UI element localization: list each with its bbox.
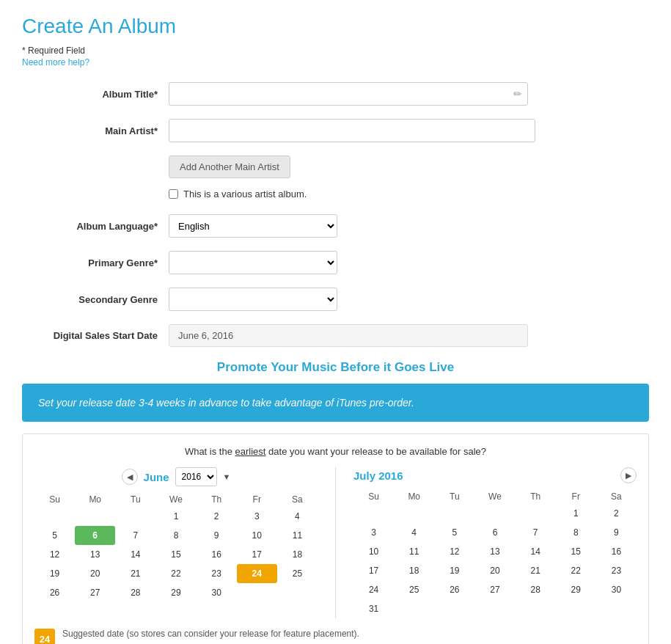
- table-row[interactable]: 14: [516, 542, 556, 561]
- table-row[interactable]: 3: [353, 523, 394, 542]
- table-row[interactable]: 17: [353, 561, 394, 580]
- table-row[interactable]: 24: [237, 564, 277, 583]
- table-row[interactable]: 30: [197, 583, 237, 602]
- table-row[interactable]: 10: [353, 542, 394, 561]
- table-row[interactable]: 7: [115, 526, 155, 545]
- table-row[interactable]: 19: [34, 564, 75, 583]
- table-row[interactable]: 7: [516, 523, 556, 542]
- table-row[interactable]: 1: [556, 504, 596, 523]
- table-row[interactable]: 11: [394, 542, 434, 561]
- col-mo: Mo: [75, 492, 115, 507]
- table-row[interactable]: 14: [115, 545, 155, 564]
- digital-sales-row: Digital Sales Start Date June 6, 2016: [22, 324, 649, 347]
- col-mo-j: Mo: [394, 489, 434, 504]
- table-row[interactable]: 18: [277, 545, 318, 564]
- table-row[interactable]: 21: [516, 561, 556, 580]
- table-row[interactable]: 27: [75, 583, 115, 602]
- table-row[interactable]: 6: [474, 523, 515, 542]
- col-tu: Tu: [115, 492, 155, 507]
- table-row[interactable]: 16: [197, 545, 237, 564]
- table-row: [394, 599, 434, 618]
- table-row[interactable]: 5: [34, 526, 75, 545]
- table-row[interactable]: 28: [516, 580, 556, 599]
- table-row: [596, 599, 637, 618]
- table-row[interactable]: 11: [277, 526, 318, 545]
- table-row[interactable]: 8: [556, 523, 596, 542]
- calendar-question-prefix: What is the: [185, 446, 235, 457]
- next-month-button[interactable]: ▶: [620, 467, 637, 483]
- table-row[interactable]: 26: [434, 580, 474, 599]
- table-row: [115, 507, 155, 526]
- june-grid: Su Mo Tu We Th Fr Sa 1234567891011121314…: [34, 492, 318, 602]
- table-row[interactable]: 20: [474, 561, 515, 580]
- table-row[interactable]: 2: [197, 507, 237, 526]
- table-row[interactable]: 4: [394, 523, 434, 542]
- table-row[interactable]: 10: [237, 526, 277, 545]
- table-row[interactable]: 18: [394, 561, 434, 580]
- primary-genre-input-area: [169, 251, 535, 274]
- table-row[interactable]: 16: [596, 542, 637, 561]
- table-row[interactable]: 9: [596, 523, 637, 542]
- table-row[interactable]: 22: [155, 564, 196, 583]
- table-row[interactable]: 30: [596, 580, 637, 599]
- table-row[interactable]: 25: [277, 564, 318, 583]
- table-row[interactable]: 12: [34, 545, 75, 564]
- table-row[interactable]: 31: [353, 599, 394, 618]
- table-row[interactable]: 19: [434, 561, 474, 580]
- album-language-select[interactable]: English Spanish French German Japanese K…: [169, 214, 337, 238]
- table-row[interactable]: 9: [197, 526, 237, 545]
- table-row[interactable]: 22: [556, 561, 596, 580]
- col-sa-j: Sa: [596, 489, 637, 504]
- table-row[interactable]: 4: [277, 507, 318, 526]
- secondary-genre-select[interactable]: [169, 288, 337, 311]
- table-row[interactable]: 28: [115, 583, 155, 602]
- digital-sales-label: Digital Sales Start Date: [22, 330, 169, 341]
- digital-sales-date: June 6, 2016: [169, 324, 528, 347]
- required-note: * Required Field: [22, 45, 649, 56]
- table-row[interactable]: 29: [155, 583, 196, 602]
- table-row[interactable]: 23: [197, 564, 237, 583]
- table-row[interactable]: 6: [75, 526, 115, 545]
- page-title: Create An Album: [22, 15, 649, 38]
- calendar-divider: [335, 467, 336, 618]
- table-row[interactable]: 25: [394, 580, 434, 599]
- table-row[interactable]: 5: [434, 523, 474, 542]
- june-header: ◀ June 2016 2017 2018 ▼: [34, 467, 318, 486]
- table-row[interactable]: 8: [155, 526, 196, 545]
- table-row[interactable]: 17: [237, 545, 277, 564]
- table-row[interactable]: 21: [115, 564, 155, 583]
- table-row: [434, 599, 474, 618]
- table-row[interactable]: 13: [474, 542, 515, 561]
- album-title-label: Album Title*: [22, 89, 169, 100]
- july-header: July 2016 ▶: [353, 467, 637, 483]
- primary-genre-select[interactable]: [169, 251, 337, 274]
- col-su-j: Su: [353, 489, 394, 504]
- table-row[interactable]: 13: [75, 545, 115, 564]
- main-artist-input[interactable]: [169, 119, 535, 142]
- main-artist-row: Main Artist*: [22, 119, 649, 142]
- primary-genre-row: Primary Genre*: [22, 251, 649, 274]
- table-row[interactable]: 29: [556, 580, 596, 599]
- table-row[interactable]: 15: [556, 542, 596, 561]
- table-row[interactable]: 24: [353, 580, 394, 599]
- table-row[interactable]: 12: [434, 542, 474, 561]
- help-link[interactable]: Need more help?: [22, 57, 649, 67]
- june-year-select[interactable]: 2016 2017 2018: [175, 467, 217, 486]
- table-row[interactable]: 20: [75, 564, 115, 583]
- table-row[interactable]: 1: [155, 507, 196, 526]
- album-language-row: Album Language* English Spanish French G…: [22, 214, 649, 238]
- july-calendar: July 2016 ▶ Su Mo Tu We Th Fr Sa: [353, 467, 637, 618]
- table-row[interactable]: 15: [155, 545, 196, 564]
- add-artist-button[interactable]: Add Another Main Artist: [169, 155, 290, 178]
- table-row[interactable]: 2: [596, 504, 637, 523]
- table-row[interactable]: 23: [596, 561, 637, 580]
- prev-month-button[interactable]: ◀: [122, 469, 138, 485]
- table-row[interactable]: 26: [34, 583, 75, 602]
- digital-sales-input-area: June 6, 2016: [169, 324, 535, 347]
- table-row[interactable]: 3: [237, 507, 277, 526]
- promote-section: Promote Your Music Before it Goes Live S…: [22, 360, 649, 644]
- various-artist-checkbox[interactable]: [169, 189, 178, 199]
- album-title-input[interactable]: [169, 82, 528, 106]
- primary-genre-label: Primary Genre*: [22, 257, 169, 268]
- table-row[interactable]: 27: [474, 580, 515, 599]
